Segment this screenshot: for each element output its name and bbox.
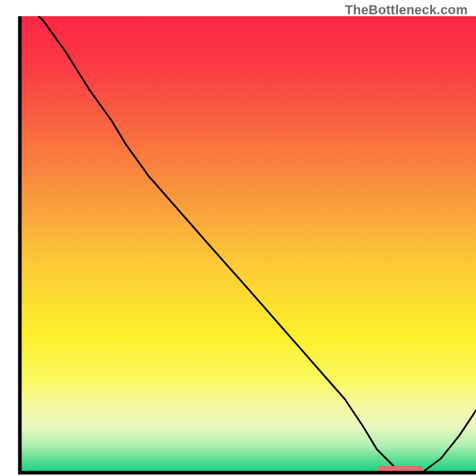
watermark-text: TheBottleneck.com [345, 2, 468, 18]
bottleneck-chart [0, 0, 476, 476]
plot-background [20, 16, 476, 472]
chart-container: TheBottleneck.com [0, 0, 476, 476]
